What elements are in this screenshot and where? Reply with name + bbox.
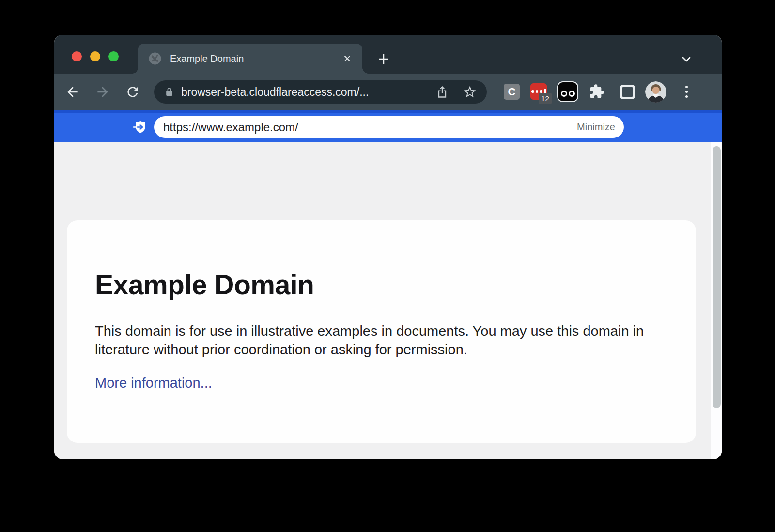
- new-tab-button[interactable]: [376, 52, 391, 66]
- browser-menu-icon[interactable]: [683, 84, 690, 99]
- browser-window: Example Domain browser-beta.cloudflareac…: [54, 35, 722, 459]
- minimize-window-button[interactable]: [90, 51, 100, 61]
- password-manager-extension-icon[interactable]: 12: [530, 83, 547, 100]
- camera-extension-icon[interactable]: [557, 81, 578, 102]
- extension-c-icon[interactable]: C: [504, 84, 520, 100]
- tab-close-icon[interactable]: [342, 53, 353, 64]
- close-window-button[interactable]: [72, 51, 82, 61]
- page-content: Example Domain This domain is for use in…: [54, 142, 722, 459]
- minimize-button[interactable]: Minimize: [577, 122, 615, 133]
- dot: [540, 90, 542, 93]
- more-information-link[interactable]: More information...: [95, 375, 212, 391]
- tab-favicon-globe-icon: [149, 52, 161, 65]
- dot: [685, 86, 688, 88]
- maximize-window-button[interactable]: [108, 51, 119, 61]
- bookmark-star-icon[interactable]: [463, 85, 477, 99]
- isolated-url-text: https://www.example.com/: [163, 121, 577, 134]
- chevron-down-icon[interactable]: [679, 52, 694, 66]
- lens-circle: [569, 91, 575, 97]
- address-bar-url: browser-beta.cloudflareaccess.com/...: [181, 86, 435, 99]
- profile-avatar[interactable]: [645, 81, 666, 103]
- dot: [536, 90, 539, 93]
- toolbar: browser-beta.cloudflareaccess.com/... C …: [54, 74, 722, 110]
- reload-button[interactable]: [125, 84, 140, 100]
- titlebar: Example Domain: [54, 35, 722, 74]
- isolation-bar: https://www.example.com/ Minimize: [54, 110, 722, 142]
- page-paragraph: This domain is for use in illustrative e…: [95, 322, 654, 359]
- dot: [531, 90, 534, 93]
- extension-badge: 12: [539, 93, 552, 104]
- traffic-lights: [72, 51, 119, 61]
- address-bar[interactable]: browser-beta.cloudflareaccess.com/...: [154, 80, 487, 104]
- extensions-puzzle-icon[interactable]: [589, 84, 604, 99]
- side-panel-icon[interactable]: [620, 85, 635, 99]
- example-domain-card: Example Domain This domain is for use in…: [67, 220, 696, 443]
- back-button[interactable]: [65, 84, 80, 100]
- dot: [685, 91, 688, 93]
- lens-circle: [561, 91, 567, 97]
- scrollbar-thumb[interactable]: [713, 146, 721, 408]
- tab-title: Example Domain: [170, 53, 342, 64]
- dot: [685, 95, 688, 98]
- page-heading: Example Domain: [95, 269, 667, 301]
- lock-icon: [165, 87, 174, 97]
- isolated-url-input[interactable]: https://www.example.com/ Minimize: [154, 116, 624, 138]
- share-icon[interactable]: [435, 85, 449, 99]
- forward-button[interactable]: [95, 84, 110, 100]
- browser-tab[interactable]: Example Domain: [138, 44, 362, 74]
- isolation-shield-icon: [133, 120, 147, 135]
